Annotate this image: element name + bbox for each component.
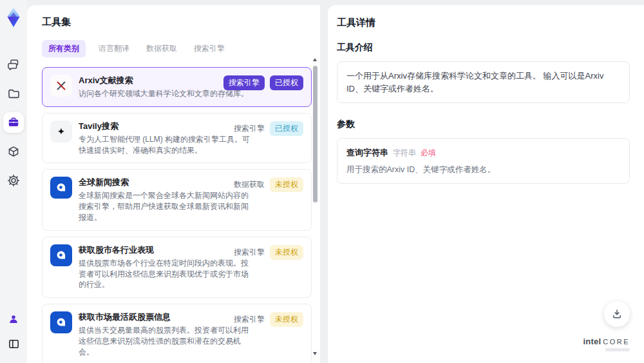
sidebar-item-settings[interactable]	[3, 170, 24, 191]
intel-core-logo: intel core	[583, 337, 630, 351]
tavily-star-icon	[50, 121, 72, 142]
tool-card-body: 全球新闻搜索 全球新闻搜索是一个聚合全球各大新闻网站内容的搜索引擎，帮助用户快速…	[79, 177, 250, 222]
tool-badges: 搜索引擎 已授权	[223, 75, 303, 90]
sidebar-item-chat[interactable]	[3, 54, 24, 75]
tool-detail-panel: 工具详情 工具介绍 一个用于从Arxiv存储库搜索科学论文和文章的工具。 输入可…	[328, 5, 644, 363]
parameter-card: 查询字符串 字符串 必填 用于搜索的Arxiv ID、关键字或作者姓名。	[337, 138, 630, 184]
tool-name: Tavily搜索	[79, 121, 250, 132]
brand-underline	[605, 348, 630, 351]
tab-language-translation[interactable]: 语言翻译	[95, 40, 133, 57]
tab-data-fetch[interactable]: 数据获取	[142, 40, 181, 57]
folder-icon	[7, 87, 20, 100]
category-badge: 搜索引擎	[234, 123, 265, 134]
app-logo-icon	[4, 5, 23, 30]
news-app-icon	[50, 311, 72, 333]
tool-badges: 搜索引擎 未授权	[234, 245, 303, 260]
user-avatar-icon	[8, 313, 19, 325]
scrollbar-thumb[interactable]	[313, 66, 317, 202]
tool-card-active-stocks[interactable]: 获取市场最活跃股票信息 提供当天交易量最高的股票列表。投资者可以利用这些信息来识…	[42, 304, 312, 363]
tool-card-global-news[interactable]: 全球新闻搜索 全球新闻搜索是一个聚合全球各大新闻网站内容的搜索引擎，帮助用户快速…	[42, 169, 312, 230]
category-badge: 搜索引擎	[234, 247, 265, 258]
tool-badges: 搜索引擎 已授权	[234, 121, 303, 136]
tool-card-list: Arxiv文献搜索 访问各个研究领域大量科学论文和文章的存储库。 搜索引擎 已授…	[42, 67, 312, 363]
category-badge: 搜索引擎	[223, 75, 265, 90]
sidebar	[0, 0, 27, 363]
tool-card-tavily[interactable]: Tavily搜索 专为人工智能代理 (LLM) 构建的搜索引擎工具。可快速提供实…	[42, 113, 312, 164]
arxiv-logo-icon	[50, 75, 72, 97]
tool-name: 全球新闻搜索	[79, 177, 250, 188]
tool-card-sector-performance[interactable]: 获取股市各行业表现 提供股票市场各个行业在特定时间段内的表现。投资者可以利用这些…	[42, 237, 312, 298]
auth-status-badge: 已授权	[270, 121, 303, 136]
tab-all-categories[interactable]: 所有类别	[42, 40, 86, 57]
tool-description: 提供当天交易量最高的股票列表。投资者可以利用这些信息来识别流动性强的股票和潜在的…	[79, 325, 250, 357]
list-scrollbar[interactable]	[312, 57, 318, 357]
parameter-required-flag: 必填	[421, 147, 436, 159]
tool-card-body: 获取股市各行业表现 提供股票市场各个行业在特定时间段内的表现。投资者可以利用这些…	[79, 244, 250, 290]
toolbox-icon	[7, 116, 20, 129]
news-app-icon	[50, 244, 72, 266]
tool-description: 专为人工智能代理 (LLM) 构建的搜索引擎工具。可快速提供实时、准确和真实的结…	[79, 134, 250, 156]
panel-toggle-button[interactable]	[3, 333, 24, 354]
tool-intro-text: 一个用于从Arxiv存储库搜索科学论文和文章的工具。 输入可以是Arxiv ID…	[337, 61, 630, 103]
category-tabs: 所有类别 语言翻译 数据获取 搜索引擎	[42, 40, 312, 57]
auth-status-badge: 未授权	[270, 312, 303, 327]
auth-status-badge: 未授权	[270, 177, 303, 192]
tab-search-engine[interactable]: 搜索引擎	[190, 40, 229, 57]
intel-wordmark: intel	[583, 337, 601, 346]
category-badge: 搜索引擎	[234, 314, 265, 325]
gear-icon	[7, 174, 20, 187]
tool-name: 获取股市各行业表现	[79, 244, 250, 256]
tool-badges: 搜索引擎 未授权	[234, 312, 303, 327]
params-heading: 参数	[337, 119, 630, 130]
parameter-header: 查询字符串 字符串 必填	[346, 146, 620, 159]
chat-icon	[7, 58, 20, 71]
sidebar-item-files[interactable]	[3, 83, 24, 104]
core-wordmark: core	[603, 338, 630, 346]
news-app-icon	[50, 177, 72, 199]
download-button[interactable]	[604, 301, 630, 327]
profile-button[interactable]	[3, 310, 24, 328]
parameter-description: 用于搜索的Arxiv ID、关键字或作者姓名。	[346, 164, 620, 176]
scroll-down-arrow-icon[interactable]	[313, 352, 317, 355]
page-title: 工具集	[42, 16, 312, 28]
tool-card-body: 获取市场最活跃股票信息 提供当天交易量最高的股票列表。投资者可以利用这些信息来识…	[79, 311, 250, 357]
sidebar-layout-icon	[8, 338, 20, 350]
tool-name: 获取市场最活跃股票信息	[79, 311, 250, 323]
parameter-type: 字符串	[393, 147, 416, 159]
download-icon	[611, 308, 623, 320]
detail-title: 工具详情	[337, 17, 630, 29]
sidebar-item-packages[interactable]	[3, 141, 24, 162]
sidebar-item-tools[interactable]	[3, 112, 24, 133]
tool-card-body: Tavily搜索 专为人工智能代理 (LLM) 构建的搜索引擎工具。可快速提供实…	[79, 121, 250, 156]
tools-list-panel: 工具集 所有类别 语言翻译 数据获取 搜索引擎 Arxiv文献搜索 访问各个研究…	[27, 5, 320, 363]
cube-icon	[7, 145, 20, 158]
tool-card-arxiv[interactable]: Arxiv文献搜索 访问各个研究领域大量科学论文和文章的存储库。 搜索引擎 已授…	[42, 67, 312, 107]
category-badge: 数据获取	[234, 179, 265, 190]
auth-status-badge: 已授权	[270, 75, 303, 90]
parameter-name: 查询字符串	[346, 146, 388, 159]
auth-status-badge: 未授权	[270, 245, 303, 260]
tool-description: 全球新闻搜索是一个聚合全球各大新闻网站内容的搜索引擎，帮助用户快速获取全球最新资…	[79, 190, 250, 222]
intro-heading: 工具介绍	[337, 42, 630, 54]
tool-description: 提供股票市场各个行业在特定时间段内的表现。投资者可以利用这些信息来识别表现优于或…	[79, 258, 250, 290]
tool-badges: 数据获取 未授权	[234, 177, 303, 192]
scroll-up-arrow-icon[interactable]	[313, 58, 317, 61]
